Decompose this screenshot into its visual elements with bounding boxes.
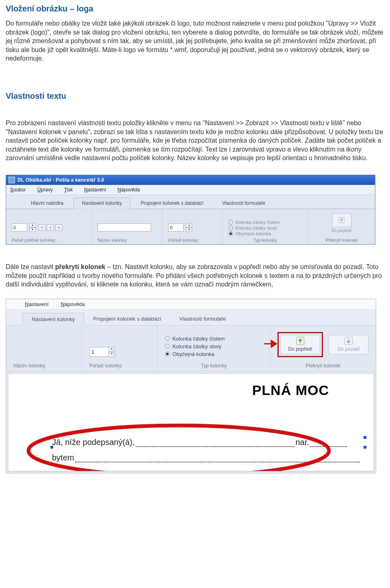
align-center-icon[interactable]: ≡ [47,224,54,231]
tab-column-settings-2[interactable]: Nastavení kolonky [22,313,84,325]
order-spinner-2[interactable]: ▲ ▼ [108,347,115,357]
type-radio-list-2: Kolonka částky číslem Kolonka částky slo… [165,336,262,357]
send-to-back-button[interactable]: Do pozadí [329,335,368,354]
radio-icon[interactable] [228,220,233,225]
label-field-count: Počet políček kolonky: [12,238,86,243]
align-left-icon[interactable]: ≡ [38,224,46,231]
paragraph-insert-image: Do formuláře nebo obálky lze vložit také… [6,19,384,63]
tab-db-link-2[interactable]: Propojení kolonek s databází [84,313,170,325]
type2-number[interactable]: Kolonka částky číslem [172,336,225,342]
tab-main-menu[interactable]: Hlavní nabídka [22,197,72,208]
field-count-spinner[interactable]: ▲ ▼ [29,223,36,232]
menu-settings[interactable]: Nastavení [84,187,106,193]
group-column-order: 0 ▲ ▼ Pořadí kolonky: [162,209,222,244]
group-column-type: Kolonka částky číslem Kolonka částky slo… [223,209,308,244]
menu-help[interactable]: Nápověda [117,187,140,193]
bring-to-front-button[interactable] [332,213,351,227]
tab-strip-2: Nastavení kolonky Propojení kolonek s da… [6,310,376,325]
radio-icon[interactable] [165,351,170,356]
app-icon [9,177,15,183]
spinner-up-icon[interactable]: ▲ [186,223,192,228]
tab-column-settings[interactable]: Nastavení kolonky [74,197,130,209]
selection-handle[interactable] [364,436,366,439]
form-page[interactable]: PLNÁ MOC Já, níže podepsaný(á), nar. byt… [8,373,374,471]
radio-icon[interactable] [228,231,233,236]
group2-name: Název kolonky: [6,325,82,371]
tab-db-link[interactable]: Propojení kolonek s databází [132,197,212,208]
radio-icon[interactable] [165,344,170,349]
svg-point-1 [28,425,329,471]
type-radio-list: Kolonka částky číslem Kolonka částky slo… [228,220,280,236]
p3-b: překrytí kolonek [55,263,106,270]
order-spinner[interactable]: ▲ ▼ [186,223,192,232]
type-option-number[interactable]: Kolonka částky číslem [236,220,280,225]
label-overlap: Překrytí kolonek [314,238,369,243]
group-overlap: Do popředí Překrytí kolonek [308,209,375,244]
arrow-up-icon [338,216,346,224]
btn-fore-label: Do popředí [288,346,312,352]
arrow-up-green-icon [296,337,304,345]
label2-overlap: Překrytí kolonek [277,363,368,369]
tab-form-properties[interactable]: Vlastnosti formuláře [214,197,274,208]
heading-insert-image: Vložení obrázku – loga [6,4,384,13]
group2-type: Kolonka částky číslem Kolonka částky slo… [158,325,270,371]
group-column-name: Název kolonky: [92,209,163,244]
field-count-input[interactable]: 0 [12,223,27,232]
bring-to-front-button-2[interactable]: Do popředí [280,335,320,354]
group2-order: 1 ▲ ▼ Pořadí kolonky: [82,325,158,371]
type-option-plain[interactable]: Obyčejná kolonka [236,231,271,236]
window-titlebar: DL Obálka.obl - Pošta a kancelář 3.0 [6,175,375,185]
align-icons: ≡ ≡ ≡ [38,224,63,231]
menu-settings-2[interactable]: Nastavení [25,301,49,307]
type-option-words[interactable]: Kolonka částky slovy [236,226,277,230]
spinner-up-icon[interactable]: ▲ [108,347,115,352]
radio-icon[interactable] [165,336,170,341]
screenshot-editor: Nastavení Nápověda Nastavení kolonky Pro… [6,299,376,473]
type2-plain[interactable]: Obyčejná kolonka [172,351,214,357]
screenshot-toolbar: DL Obálka.obl - Pošta a kancelář 3.0 Sou… [6,175,375,245]
column-name-input[interactable] [98,223,151,232]
menu-edit[interactable]: Úpravy [37,187,53,193]
red-arrow-icon [264,340,278,348]
menu-bar: Soubor Úpravy Tisk Nastavení Nápověda [6,185,375,195]
label2-type: Typ kolonky [165,363,262,369]
selection-handle[interactable] [364,446,366,449]
menu-print[interactable]: Tisk [64,187,73,193]
menu-help-2[interactable]: Nápověda [61,301,85,307]
form-design-area: PLNÁ MOC Já, níže podepsaný(á), nar. byt… [6,371,376,473]
form-title: PLNÁ MOC [252,382,329,398]
spinner-down-icon[interactable]: ▼ [186,228,192,232]
tab-form-properties-2[interactable]: Vlastnosti formuláře [170,313,235,325]
group-field-count: 0 ▲ ▼ ≡ ≡ ≡ Počet políček kolonky: [6,209,92,244]
spinner-down-icon[interactable]: ▼ [108,352,115,357]
spinner-down-icon[interactable]: ▼ [29,228,36,232]
heading-text-properties: Vlastnosti textu [6,91,384,101]
label-column-type: Typ kolonky [228,238,302,243]
radio-icon[interactable] [228,226,233,230]
menu-file[interactable]: Soubor [10,187,26,193]
align-right-icon[interactable]: ≡ [55,224,63,231]
red-ellipse-annotation [24,422,333,471]
p3-a: Dále lze nastavit [6,263,55,270]
spinner-up-icon[interactable]: ▲ [29,223,36,228]
panel-row-2: Název kolonky: 1 ▲ ▼ Pořadí kolonky: Kol… [6,325,376,371]
paragraph-overlap: Dále lze nastavit překrytí kolonek – tzn… [6,263,384,289]
paragraph-text-properties: Pro zobrazení nastavení vlastnosti textu… [6,119,384,163]
order-input-2[interactable]: 1 [89,347,109,357]
tab-strip: Hlavní nabídka Nastavení kolonky Propoje… [6,195,375,209]
group2-overlap: Do popředí Do pozadí Překrytí kolonek [270,325,376,371]
window-title: DL Obálka.obl - Pošta a kancelář 3.0 [17,177,104,183]
label-column-name: Název kolonky: [98,238,157,243]
menu-bar-2: Nastavení Nápověda [6,299,376,310]
label2-order: Pořadí kolonky: [89,363,150,369]
arrow-down-icon [344,337,353,345]
btn-back-label: Do pozadí [338,346,360,352]
column-order-input[interactable]: 0 [168,223,184,232]
type2-words[interactable]: Kolonka částky slovy [172,343,221,349]
label-column-order: Pořadí kolonky: [168,238,216,243]
toolbar-row: 0 ▲ ▼ ≡ ≡ ≡ Počet políček kolonky: Název… [6,209,375,244]
red-highlight-box: Do popředí [277,332,323,357]
label2-name: Název kolonky: [13,363,74,369]
foreground-label: Do popředí [332,228,351,233]
